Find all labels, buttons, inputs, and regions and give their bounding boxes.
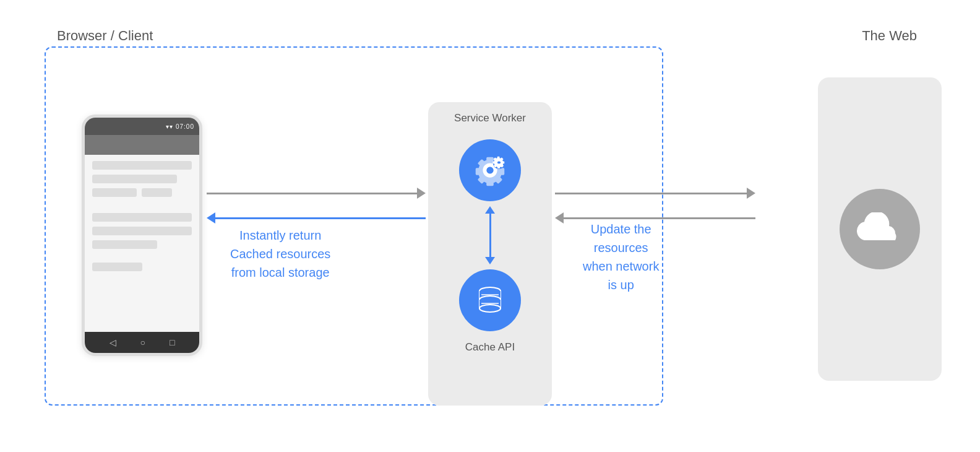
arrow-up-head <box>485 206 495 214</box>
diagram-container: Browser / Client The Web ▾▾ 07:00 ◁ ○ <box>26 15 954 437</box>
phone-status-bar: ▾▾ 07:00 <box>85 118 199 135</box>
phone-toolbar <box>85 135 199 155</box>
content-block-6 <box>92 227 192 235</box>
database-icon <box>471 282 509 319</box>
content-row-1 <box>92 188 192 197</box>
phone-mockup: ▾▾ 07:00 ◁ ○ □ <box>82 115 202 356</box>
content-block-3 <box>92 188 137 197</box>
content-block-5 <box>92 213 192 222</box>
arrow-line-4 <box>564 217 755 219</box>
cache-api-label: Cache API <box>465 341 515 354</box>
gear-icon <box>471 151 509 189</box>
cloud-icon-circle <box>840 189 920 269</box>
arrow-phone-to-sw <box>207 188 426 199</box>
web-box <box>818 77 942 381</box>
content-block-2 <box>92 175 177 183</box>
phone-content <box>85 155 199 332</box>
arrow-down-head <box>485 257 495 264</box>
database-icon-circle <box>459 269 521 331</box>
arrow-line-1 <box>207 193 417 194</box>
svg-point-14 <box>479 305 501 312</box>
gear-icon-circle <box>459 139 521 201</box>
caption-network: Update the resources when network is up <box>583 220 659 294</box>
arrow-head-1 <box>417 188 426 199</box>
content-block-7 <box>92 240 157 249</box>
arrow-sw-to-web <box>555 188 755 199</box>
caption-cached: Instantly return Cached resources from l… <box>230 226 330 282</box>
content-block-4 <box>142 188 171 197</box>
content-block-1 <box>92 161 192 170</box>
arrow-line-3 <box>555 193 747 194</box>
arrow-line-2 <box>215 217 426 219</box>
service-worker-label: Service Worker <box>454 112 526 124</box>
nav-recent-icon: □ <box>170 337 174 347</box>
arrow-head-2 <box>207 212 215 224</box>
arrow-head-3 <box>747 188 755 199</box>
arrow-head-4 <box>555 212 564 224</box>
service-worker-box: Service Worker <box>428 102 552 406</box>
nav-back-icon: ◁ <box>110 337 116 347</box>
phone-nav-bar: ◁ ○ □ <box>85 332 199 353</box>
arrow-sw-to-phone <box>207 212 426 224</box>
browser-client-label: Browser / Client <box>57 28 153 44</box>
vertical-double-arrow <box>485 206 495 264</box>
web-label: The Web <box>862 28 917 44</box>
phone-status-icons: ▾▾ 07:00 <box>166 123 194 130</box>
content-block-8 <box>92 263 142 271</box>
nav-home-icon: ○ <box>140 337 145 347</box>
arrow-v-line <box>489 214 491 257</box>
cloud-icon <box>855 212 905 246</box>
